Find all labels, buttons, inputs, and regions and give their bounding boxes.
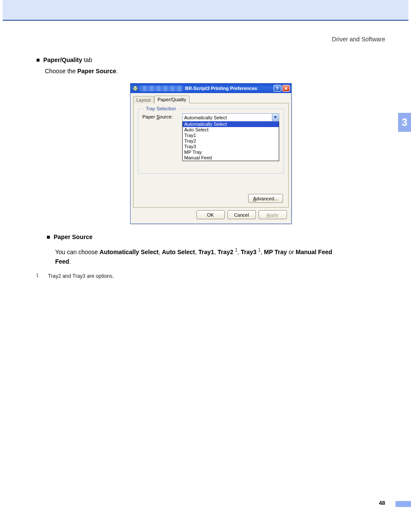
tray-selection-fieldset: Tray Selection Paper Source: Automatical… — [138, 109, 284, 174]
option-mp-tray[interactable]: MP Tray — [183, 149, 279, 155]
choose-line: Choose the Paper Source. — [45, 67, 385, 75]
page-content: ■ Paper/Quality tab Choose the Paper Sou… — [0, 43, 411, 279]
tab-paper-quality[interactable]: Paper/Quality — [154, 96, 190, 103]
ok-button[interactable]: OK — [196, 210, 225, 219]
page-number: 48 — [379, 500, 385, 506]
close-button[interactable]: ✕ — [282, 85, 290, 92]
bullet-text: Paper/Quality tab — [43, 56, 92, 64]
choose-bold: Paper Source — [78, 68, 116, 75]
chapter-tab: 3 — [398, 113, 411, 132]
apply-button[interactable]: Apply — [258, 210, 287, 219]
bullet-paper-quality: ■ Paper/Quality tab — [36, 56, 385, 64]
choose-prefix: Choose the — [45, 68, 78, 75]
footnote: 1 Tray2 and Tray3 are options. — [36, 273, 385, 279]
paper-source-label: Paper Source: — [143, 113, 182, 119]
feed-word: Feed — [55, 258, 69, 265]
paper-source-description: You can choose Automatically Select, Aut… — [55, 246, 385, 266]
dialog-title: BR-Script3 Printing Preferences — [185, 86, 258, 91]
advanced-button[interactable]: Advanced... — [248, 194, 283, 203]
tab-layout[interactable]: Layout — [133, 96, 154, 103]
tabs-row: Layout Paper/Quality — [133, 95, 289, 103]
section-header: Driver and Software — [0, 21, 411, 43]
option-tray3[interactable]: Tray3 — [183, 144, 279, 149]
footnote-text: Tray2 and Tray3 are options. — [48, 273, 114, 279]
help-button[interactable]: ? — [274, 85, 281, 92]
titlebar: BR-Script3 Printing Preferences ? ✕ — [131, 84, 291, 93]
option-tray1[interactable]: Tray1 — [183, 133, 279, 138]
option-automatically-select[interactable]: Automatically Select — [183, 121, 279, 127]
printer-icon — [132, 85, 138, 91]
chevron-down-icon[interactable] — [272, 114, 279, 121]
bottom-accent — [395, 501, 411, 507]
option-tray2[interactable]: Tray2 — [183, 138, 279, 144]
dialog-button-row: OK Cancel Apply — [133, 208, 289, 220]
cancel-button[interactable]: Cancel — [227, 210, 256, 219]
choose-suffix: . — [116, 68, 118, 75]
combo-selected: Automatically Select — [184, 115, 227, 120]
fieldset-legend: Tray Selection — [144, 106, 178, 111]
paper-source-combo[interactable]: Automatically Select Automatically Selec… — [182, 113, 279, 161]
svg-rect-2 — [134, 89, 137, 90]
bullet-paper-source: ■ Paper Source — [47, 233, 385, 241]
paper-quality-rest: tab — [82, 56, 92, 63]
footnote-number: 1 — [36, 273, 47, 278]
printing-preferences-dialog: BR-Script3 Printing Preferences ? ✕ Layo… — [130, 83, 292, 224]
option-auto-select[interactable]: Auto Select — [183, 127, 279, 133]
option-manual-feed[interactable]: Manual Feed — [183, 155, 279, 161]
combo-listbox[interactable]: Automatically Select Auto Select Tray1 T… — [182, 121, 279, 161]
paper-source-heading: Paper Source — [53, 233, 92, 241]
combo-box[interactable]: Automatically Select — [182, 113, 279, 121]
square-bullet-icon: ■ — [36, 56, 40, 64]
square-bullet-icon: ■ — [47, 233, 50, 241]
svg-rect-1 — [134, 86, 137, 88]
paper-quality-bold: Paper/Quality — [43, 56, 82, 63]
dialog-body: Layout Paper/Quality Tray Selection Pape… — [131, 93, 291, 224]
title-blurred — [140, 86, 183, 91]
top-band — [3, 0, 408, 21]
tab-pane: Tray Selection Paper Source: Automatical… — [133, 103, 289, 208]
